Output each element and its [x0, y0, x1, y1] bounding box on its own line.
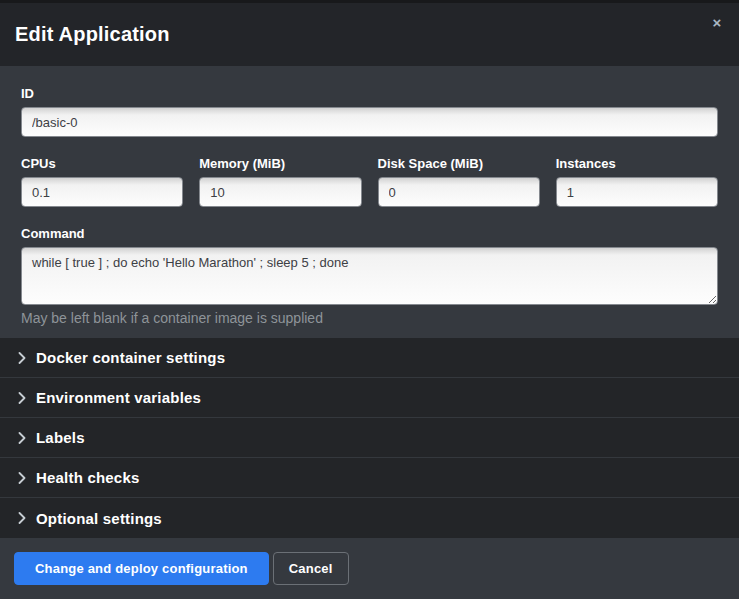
section-optional-settings[interactable]: Optional settings [0, 498, 739, 538]
section-environment-variables[interactable]: Environment variables [0, 378, 739, 418]
modal-header: Edit Application × [0, 3, 739, 66]
memory-label: Memory (MiB) [199, 156, 361, 171]
disk-label: Disk Space (MiB) [378, 156, 540, 171]
id-form-group: ID [21, 86, 718, 137]
disk-input[interactable] [378, 177, 540, 207]
section-label: Labels [36, 429, 85, 446]
disk-form-group: Disk Space (MiB) [378, 156, 540, 207]
cpus-form-group: CPUs [21, 156, 183, 207]
memory-input[interactable] [199, 177, 361, 207]
section-label: Optional settings [36, 510, 162, 527]
command-label: Command [21, 226, 718, 241]
chevron-right-icon [18, 352, 26, 364]
chevron-right-icon [18, 472, 26, 484]
id-input[interactable] [21, 107, 718, 137]
collapsible-sections: Docker container settings Environment va… [0, 338, 739, 538]
cpus-label: CPUs [21, 156, 183, 171]
memory-form-group: Memory (MiB) [199, 156, 361, 207]
instances-label: Instances [556, 156, 718, 171]
command-form-group: Command while [ true ] ; do echo 'Hello … [21, 226, 718, 326]
section-label: Health checks [36, 469, 139, 486]
resources-row: CPUs Memory (MiB) Disk Space (MiB) Insta… [21, 156, 718, 207]
section-health-checks[interactable]: Health checks [0, 458, 739, 498]
chevron-right-icon [18, 392, 26, 404]
id-label: ID [21, 86, 718, 101]
section-docker-container-settings[interactable]: Docker container settings [0, 338, 739, 378]
cancel-button[interactable]: Cancel [273, 552, 349, 585]
instances-input[interactable] [556, 177, 718, 207]
edit-application-modal: Edit Application × ID CPUs Memory (MiB) … [0, 0, 739, 599]
change-and-deploy-button[interactable]: Change and deploy configuration [14, 552, 269, 585]
section-label: Docker container settings [36, 349, 225, 366]
instances-form-group: Instances [556, 156, 718, 207]
chevron-right-icon [18, 432, 26, 444]
chevron-right-icon [18, 512, 26, 524]
modal-body: ID CPUs Memory (MiB) Disk Space (MiB) In… [0, 66, 739, 326]
modal-title: Edit Application [15, 23, 170, 46]
command-help-text: May be left blank if a container image i… [21, 310, 718, 326]
cpus-input[interactable] [21, 177, 183, 207]
command-textarea[interactable]: while [ true ] ; do echo 'Hello Marathon… [21, 247, 718, 305]
section-label: Environment variables [36, 389, 201, 406]
close-icon[interactable]: × [708, 14, 726, 32]
section-labels[interactable]: Labels [0, 418, 739, 458]
modal-footer: Change and deploy configuration Cancel [0, 538, 739, 599]
